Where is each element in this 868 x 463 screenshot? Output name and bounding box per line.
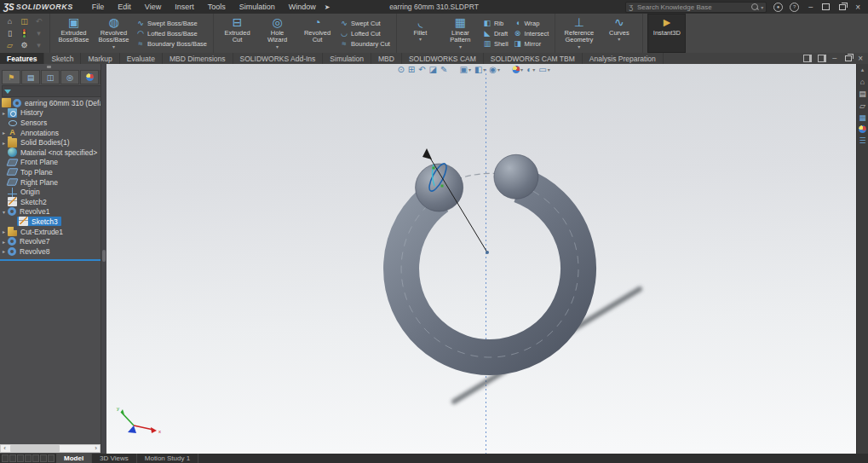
tree-item-material[interactable]: Material <not specified> (0, 148, 101, 158)
rebuild-button[interactable] (17, 27, 32, 39)
tab-mbd-dimensions[interactable]: MBD Dimensions (163, 53, 233, 64)
display-style-icon[interactable]: ◧▾ (474, 65, 486, 74)
tree-item-right-plane[interactable]: Right Plane (0, 177, 101, 188)
view-orientation-icon[interactable]: ▣▾ (459, 65, 470, 74)
appearances-icon[interactable] (859, 125, 866, 133)
mirror-button[interactable]: ◨ Mirror (514, 39, 549, 48)
menu-window[interactable]: Window (282, 2, 323, 12)
tree-viewport-splitter[interactable] (101, 64, 106, 454)
tab-simulation[interactable]: Simulation (323, 53, 371, 64)
doc-minimize-button[interactable]: – (832, 55, 836, 61)
rollback-bar[interactable] (0, 259, 101, 261)
minimize-button[interactable]: – (806, 3, 815, 11)
tab-motion-study-1[interactable]: Motion Study 1 (137, 454, 198, 463)
menu-simulation[interactable]: Simulation (233, 2, 282, 12)
new-document-button[interactable]: ▯ (3, 27, 17, 39)
login-icon[interactable]: ● (773, 3, 783, 12)
search-caret-icon[interactable]: ▾ (761, 4, 763, 10)
fillet-button[interactable]: ◟ Fillet ▾ (401, 14, 440, 53)
menu-edit[interactable]: Edit (111, 2, 138, 12)
view-palette-icon[interactable]: ▦ (859, 113, 866, 122)
zoom-fit-icon[interactable]: ⊙ (397, 65, 404, 74)
hide-show-items-icon[interactable]: ◉▾ (489, 65, 500, 74)
tab-evaluate[interactable]: Evaluate (120, 53, 163, 64)
section-view-icon[interactable]: ◪ (429, 65, 437, 74)
menu-tools[interactable]: Tools (201, 2, 233, 12)
tree-grip-handle[interactable] (47, 66, 51, 68)
tree-item-front-plane[interactable]: Front Plane (0, 158, 101, 168)
tab-solidworks-cam-tbm[interactable]: SOLIDWORKS CAM TBM (484, 53, 583, 64)
tree-item-origin[interactable]: Origin (0, 187, 101, 197)
tab-solidworks-cam[interactable]: SOLIDWORKS CAM (402, 53, 484, 64)
extruded-boss-base-button[interactable]: ▣ ExtrudedBoss/Base (55, 14, 93, 53)
file-explorer-icon[interactable]: ▱ (859, 101, 865, 110)
design-library-icon[interactable]: ▤ (859, 90, 866, 98)
swept-cut-button[interactable]: ∿ Swept Cut (340, 19, 390, 27)
lofted-cut-button[interactable]: ◡ Lofted Cut (340, 29, 390, 38)
tree-item-cut-extrude1[interactable]: ▸ Cut-Extrude1 (0, 227, 101, 237)
home-icon[interactable]: ⌂ (860, 78, 865, 86)
save-button[interactable]: ◫ (17, 15, 32, 27)
close-button[interactable]: × (853, 3, 863, 11)
search-icon[interactable] (751, 3, 758, 10)
tree-item-top-plane[interactable]: Top Plane (0, 167, 101, 177)
swept-boss-base-button[interactable]: ∿ Swept Boss/Base (136, 19, 207, 27)
options-caret-icon[interactable]: ▾ (32, 39, 46, 51)
reference-geometry-button[interactable]: ⊥ ReferenceGeometry ▾ (560, 14, 598, 53)
shell-button[interactable]: ▥ Shell (483, 39, 509, 48)
linear-pattern-button[interactable]: ▦ LinearPattern ▾ (441, 14, 480, 53)
left-ball[interactable] (416, 164, 463, 211)
show-pane-left-icon[interactable] (803, 55, 812, 62)
tree-item-revolve8[interactable]: ▸ Revolve8 (0, 246, 101, 257)
doc-close-button[interactable]: × (858, 55, 863, 62)
configuration-manager-tab-icon[interactable]: ◫ (41, 70, 60, 84)
tree-item-revolve7[interactable]: ▸ Revolve7 (0, 236, 101, 246)
tab-mbd[interactable]: MBD (371, 53, 402, 64)
right-ball[interactable] (494, 154, 538, 199)
tab-solidworks-add-ins[interactable]: SOLIDWORKS Add-Ins (233, 53, 324, 64)
restore-button[interactable] (839, 4, 846, 10)
view-settings-icon[interactable]: ▭▾ (538, 65, 549, 74)
rib-button[interactable]: ◧ Rib (483, 19, 509, 27)
sketch-endpoint[interactable] (441, 185, 444, 188)
tree-item-history[interactable]: ▸ History (0, 108, 101, 119)
boundary-boss-base-button[interactable]: ≈ Boundary Boss/Base (136, 39, 207, 48)
tab-3d-views[interactable]: 3D Views (92, 454, 137, 463)
wrap-button[interactable]: ◖ Wrap (514, 19, 549, 27)
hole-wizard-button[interactable]: ◎ HoleWizard ▾ (258, 14, 296, 53)
model-earring-ring[interactable]: x y (106, 64, 856, 454)
previous-view-icon[interactable]: ↶ (418, 65, 425, 74)
scroll-right-icon[interactable]: › (92, 445, 100, 452)
search-input[interactable] (635, 3, 749, 12)
tree-horizontal-scrollbar[interactable]: ‹ › (0, 444, 101, 453)
feature-manager-tab-icon[interactable]: ⚑ (2, 70, 20, 84)
options-button[interactable]: ⚙ (17, 39, 32, 51)
custom-properties-icon[interactable]: ☰ (859, 136, 865, 145)
tab-scroll-buttons[interactable] (0, 454, 56, 463)
tab-model[interactable]: Model (56, 454, 92, 463)
collapse-pane-icon[interactable]: ▴ (861, 66, 865, 74)
lofted-boss-base-button[interactable]: ◠ Lofted Boss/Base (136, 29, 207, 38)
home-button[interactable]: ⌂ (3, 15, 17, 27)
annotation-view-icon[interactable]: ✎ (440, 65, 447, 74)
edit-appearance-icon[interactable]: ▾ (512, 66, 523, 73)
show-pane-right-icon[interactable] (818, 55, 826, 62)
tab-analysis-preparation[interactable]: Analysis Preparation (583, 53, 664, 64)
tree-item-sketch3[interactable]: Sketch3 (0, 217, 101, 227)
tree-item-sensors[interactable]: Sensors (0, 118, 101, 128)
tree-item-revolve1[interactable]: ▾ Revolve1 (0, 207, 101, 217)
sketch-endpoint[interactable] (433, 167, 435, 170)
tree-item-annotations[interactable]: ▸ Annotations (0, 128, 101, 138)
knowledge-base-search[interactable]: Ʒ ▾ (625, 2, 767, 13)
menu-insert[interactable]: Insert (168, 2, 201, 12)
tab-sketch[interactable]: Sketch (44, 53, 81, 64)
curves-button[interactable]: ∿ Curves ▾ (600, 14, 638, 53)
splitter-handle[interactable] (102, 250, 106, 262)
pin-menu-icon[interactable]: ➤ (325, 3, 331, 11)
draft-button[interactable]: ◣ Draft (483, 29, 509, 38)
undo-button[interactable]: ↶ (32, 15, 46, 27)
boundary-cut-button[interactable]: ≈ Boundary Cut (340, 39, 390, 48)
graphics-viewport[interactable]: ⊙ ⊞ ↶ ◪ ✎ ▣▾ ◧▾ ◉▾ ▾ ◐▾ ▭▾ (106, 64, 856, 454)
zoom-area-icon[interactable]: ⊞ (408, 65, 415, 74)
menu-file[interactable]: File (85, 2, 112, 12)
